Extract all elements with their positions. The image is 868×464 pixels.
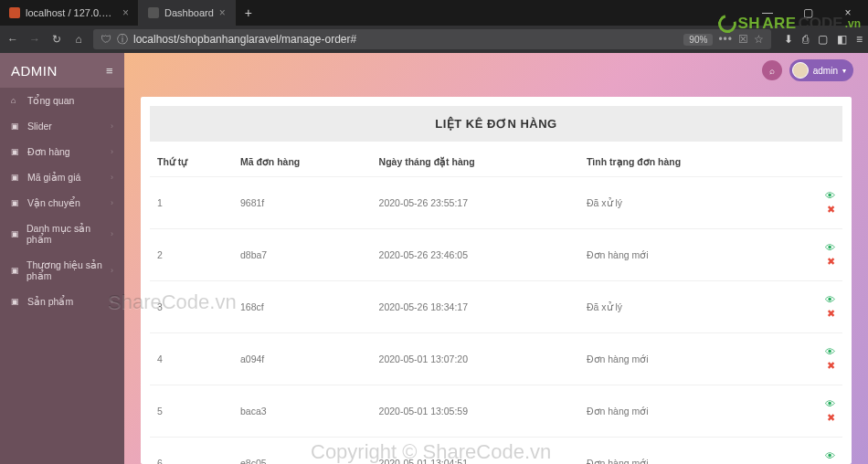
sidebar-item-label: Danh mục sản phẩm [26, 223, 103, 245]
table-row: 5baca32020-05-01 13:05:59Đơn hàng mới👁✖ [150, 385, 842, 438]
cell-status: Đã xử lý [579, 281, 787, 333]
book-icon: ▣ [11, 147, 20, 156]
sidebar-item-label: Vận chuyển [27, 197, 80, 208]
cell-code: baca3 [233, 385, 372, 438]
chevron-down-icon: ▾ [842, 67, 846, 75]
delete-icon[interactable]: ✖ [827, 360, 835, 372]
cell-status: Đơn hàng mới [579, 229, 787, 281]
brand-title: ADMIN [11, 63, 58, 79]
chevron-right-icon: › [111, 147, 113, 156]
book-icon: ▣ [11, 229, 19, 238]
cell-code: 168cf [233, 281, 372, 333]
view-icon[interactable]: 👁 [825, 398, 835, 409]
main-content: ⌕ admin ▾ LIỆT KÊ ĐƠN HÀNG Thứ tựMã đơn … [124, 53, 868, 464]
back-icon[interactable]: ← [5, 33, 20, 46]
user-name: admin [813, 66, 838, 76]
view-icon[interactable]: 👁 [825, 242, 835, 253]
chevron-right-icon: › [111, 173, 113, 182]
hamburger-icon[interactable]: ≡ [106, 64, 113, 78]
user-chip[interactable]: admin ▾ [789, 59, 853, 81]
cell-idx: 3 [150, 281, 233, 333]
sidebar: ADMIN ≡ ⌂Tổng quan▣Slider›▣Đơn hàng›▣Mã … [0, 53, 124, 464]
column-header: Ngày tháng đặt hàng [372, 151, 579, 177]
table-row: 2d8ba72020-05-26 23:46:05Đơn hàng mới👁✖ [150, 229, 842, 281]
cell-idx: 5 [150, 385, 233, 438]
view-icon[interactable]: 👁 [825, 346, 835, 357]
book-icon: ▣ [11, 173, 20, 182]
download-icon[interactable]: ⬇ [784, 33, 793, 46]
tab-inactive[interactable]: localhost / 127.0.0.1 / elaravel × [0, 0, 139, 26]
sidebar-item-1[interactable]: ▣Slider› [0, 113, 124, 139]
delete-icon[interactable]: ✖ [827, 412, 835, 424]
library-icon[interactable]: ⎙ [802, 33, 809, 46]
view-icon[interactable]: 👁 [825, 294, 835, 305]
cell-date: 2020-05-01 13:07:20 [372, 333, 579, 385]
search-button[interactable]: ⌕ [762, 60, 782, 80]
close-icon[interactable]: × [219, 6, 226, 19]
reader-icon[interactable]: ☒ [738, 33, 748, 46]
cell-date: 2020-05-26 23:46:05 [372, 229, 579, 281]
tab-title: Dashboard [164, 7, 214, 18]
sidebar-item-6[interactable]: ▣Thương hiệu sản phẩm› [0, 252, 124, 289]
view-icon[interactable]: 👁 [825, 190, 835, 201]
tab-title: localhost / 127.0.0.1 / elaravel [26, 7, 117, 18]
shield-icon[interactable]: 🛡 [101, 33, 111, 46]
sidebar-item-4[interactable]: ▣Vận chuyển› [0, 190, 124, 216]
chevron-right-icon: › [111, 198, 113, 207]
book-icon: ▣ [11, 121, 20, 131]
addon-icon[interactable]: ◧ [837, 33, 847, 46]
chevron-right-icon: › [111, 121, 113, 131]
sidebar-item-label: Mã giảm giá [27, 172, 80, 183]
delete-icon[interactable]: ✖ [827, 256, 835, 268]
menu-icon[interactable]: ≡ [856, 33, 863, 46]
column-header: Mã đơn hàng [233, 151, 372, 177]
chevron-right-icon: › [111, 266, 113, 275]
cell-status: Đơn hàng mới [579, 438, 787, 465]
cell-date: 2020-05-01 13:04:51 [372, 438, 579, 465]
table-row: 3168cf2020-05-26 18:34:17Đã xử lý👁✖ [150, 281, 842, 333]
delete-icon[interactable]: ✖ [827, 204, 835, 216]
star-icon[interactable]: ☆ [754, 33, 764, 46]
delete-icon[interactable]: ✖ [827, 308, 835, 320]
cell-idx: 1 [150, 177, 233, 229]
sidebar-item-0[interactable]: ⌂Tổng quan [0, 88, 124, 113]
table-row: 4a094f2020-05-01 13:07:20Đơn hàng mới👁✖ [150, 333, 842, 385]
info-icon[interactable]: ⓘ [117, 32, 128, 47]
search-icon: ⌕ [769, 66, 775, 76]
sidebar-item-5[interactable]: ▣Danh mục sản phẩm› [0, 216, 124, 252]
table-row: 6e8c052020-05-01 13:04:51Đơn hàng mới👁✖ [150, 438, 842, 465]
cell-code: e8c05 [233, 438, 372, 465]
sidebar-item-3[interactable]: ▣Mã giảm giá› [0, 164, 124, 190]
column-header: Tình trạng đơn hàng [579, 151, 787, 177]
screenshot-icon[interactable]: ▢ [818, 33, 828, 46]
cell-status: Đã xử lý [579, 177, 787, 229]
watermark-logo: SHARECODE.vn [718, 15, 862, 33]
sidebar-item-2[interactable]: ▣Đơn hàng› [0, 139, 124, 164]
more-icon[interactable]: ••• [718, 33, 733, 46]
cell-code: d8ba7 [233, 229, 372, 281]
chevron-right-icon: › [111, 297, 113, 306]
orders-table: Thứ tựMã đơn hàngNgày tháng đặt hàngTình… [150, 151, 842, 464]
panel-title: LIỆT KÊ ĐƠN HÀNG [150, 106, 842, 142]
view-icon[interactable]: 👁 [825, 450, 835, 461]
cell-date: 2020-05-26 18:34:17 [372, 281, 579, 333]
new-tab-button[interactable]: + [236, 5, 261, 20]
sidebar-item-label: Slider [27, 121, 52, 132]
zoom-badge[interactable]: 90% [683, 34, 713, 46]
url-input[interactable] [133, 33, 678, 46]
cell-idx: 4 [150, 333, 233, 385]
book-icon: ▣ [11, 198, 20, 207]
cell-date: 2020-05-26 23:55:17 [372, 177, 579, 229]
tab-active[interactable]: Dashboard × [139, 0, 236, 26]
forward-icon[interactable]: → [27, 33, 42, 46]
reload-icon[interactable]: ↻ [49, 33, 64, 46]
book-icon: ▣ [11, 297, 20, 306]
avatar [792, 62, 809, 79]
address-bar[interactable]: 🛡 ⓘ 90% ••• ☒ ☆ [93, 29, 771, 49]
orders-panel: LIỆT KÊ ĐƠN HÀNG Thứ tựMã đơn hàngNgày t… [141, 97, 852, 464]
home-icon[interactable]: ⌂ [71, 33, 86, 46]
dash-icon: ⌂ [11, 96, 20, 105]
column-header: Thứ tự [150, 151, 233, 177]
sidebar-item-7[interactable]: ▣Sản phẩm› [0, 289, 124, 314]
close-icon[interactable]: × [122, 6, 129, 19]
